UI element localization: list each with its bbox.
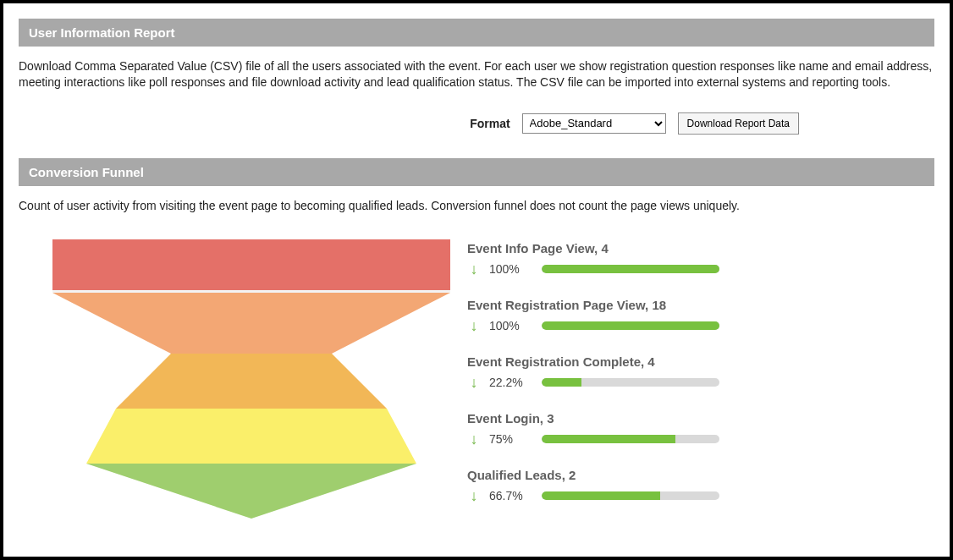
arrow-down-icon: ↓ [467,487,481,505]
progress-bar-fill [542,265,719,273]
funnel-stage-row: ↓75% [467,431,901,448]
user-info-description: Download Comma Separated Value (CSV) fil… [19,58,934,91]
svg-marker-3 [116,354,387,409]
funnel-stage-row: ↓66.7% [467,487,901,505]
arrow-down-icon: ↓ [467,261,481,278]
progress-bar-fill [542,491,660,500]
conversion-funnel-header: Conversion Funnel [19,158,934,186]
svg-marker-5 [86,464,416,519]
funnel-stage: Event Info Page View, 4↓100% [467,241,901,278]
funnel-stage: Event Login, 3↓75% [467,411,901,448]
progress-bar-fill [542,435,675,443]
funnel-stages-list: Event Info Page View, 4↓100%Event Regist… [467,236,901,524]
progress-bar-track [542,491,719,500]
funnel-stage: Event Registration Complete, 4↓22.2% [467,354,901,392]
funnel-stage-label: Event Registration Page View, 18 [467,298,901,312]
funnel-chart [52,236,450,524]
progress-bar-fill [542,321,719,330]
svg-marker-4 [86,409,416,464]
funnel-stage-label: Event Login, 3 [467,411,901,425]
format-select[interactable]: Adobe_Standard [522,113,666,134]
svg-marker-0 [52,239,450,290]
funnel-stage-percent: 75% [489,432,533,446]
progress-bar-track [542,265,719,273]
funnel-stage-row: ↓100% [467,317,901,335]
download-report-button[interactable]: Download Report Data [678,113,799,135]
funnel-area: Event Info Page View, 4↓100%Event Regist… [19,236,934,524]
user-info-header: User Information Report [19,19,934,47]
format-row: Format Adobe_Standard Download Report Da… [19,113,934,135]
funnel-stage-row: ↓22.2% [467,374,901,392]
funnel-stage-label: Event Info Page View, 4 [467,241,901,255]
funnel-stage-label: Event Registration Complete, 4 [467,354,901,369]
progress-bar-fill [542,378,581,387]
funnel-stage-percent: 100% [489,319,533,332]
progress-bar-track [542,321,719,330]
progress-bar-track [542,378,719,387]
arrow-down-icon: ↓ [467,374,481,392]
funnel-stage-percent: 66.7% [489,489,533,502]
funnel-stage: Event Registration Page View, 18↓100% [467,298,901,335]
conversion-funnel-description: Count of user activity from visiting the… [19,198,934,214]
svg-marker-1 [52,290,450,293]
funnel-stage: Qualified Leads, 2↓66.7% [467,468,901,505]
arrow-down-icon: ↓ [467,431,481,448]
funnel-stage-percent: 22.2% [489,376,533,389]
progress-bar-track [542,435,719,443]
funnel-stage-percent: 100% [489,262,533,276]
arrow-down-icon: ↓ [467,317,481,335]
funnel-stage-label: Qualified Leads, 2 [467,468,901,482]
funnel-stage-row: ↓100% [467,261,901,278]
svg-marker-2 [52,293,450,354]
format-label: Format [470,117,510,130]
